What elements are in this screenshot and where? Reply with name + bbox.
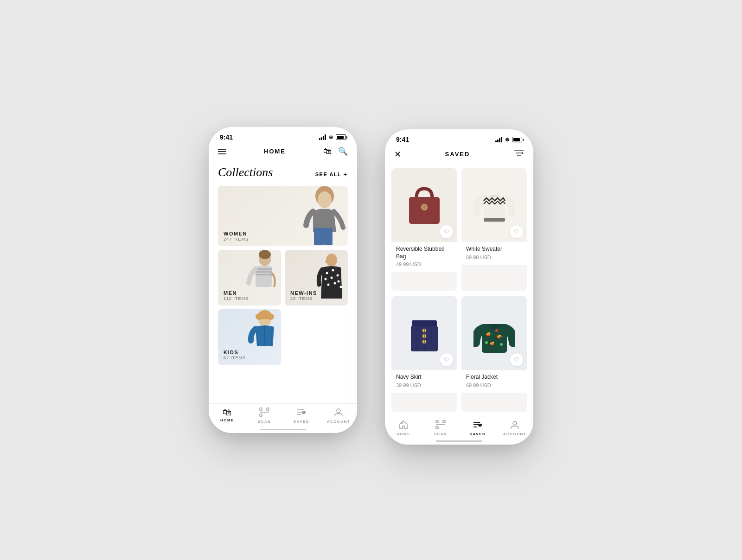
status-icons-2: ⊛ bbox=[495, 137, 522, 143]
product-grid: ♡ Reversible Stubbed Bag 49.99 USD bbox=[385, 164, 533, 416]
status-icons-1: ⊛ bbox=[319, 134, 346, 140]
page-title-1: HOME bbox=[264, 148, 286, 155]
svg-point-64 bbox=[492, 342, 494, 344]
product-image-sweater: ♡ bbox=[461, 168, 527, 242]
svg-rect-73 bbox=[437, 421, 438, 422]
product-card-bag[interactable]: ♡ Reversible Stubbed Bag 49.99 USD bbox=[391, 168, 457, 291]
svg-point-20 bbox=[325, 261, 327, 263]
svg-point-58 bbox=[488, 332, 490, 334]
jacket-svg bbox=[473, 311, 515, 355]
status-time-1: 9:41 bbox=[220, 134, 233, 141]
nav-item-account-1[interactable]: ACCOUNT bbox=[320, 407, 357, 424]
nav-label-home: HOME bbox=[220, 418, 234, 422]
svg-point-23 bbox=[256, 313, 263, 320]
heart-button-bag[interactable]: ♡ bbox=[440, 225, 453, 238]
svg-point-61 bbox=[499, 335, 501, 337]
scan-icon-svg-2 bbox=[435, 420, 446, 429]
nav-item-home-1[interactable]: 🛍 HOME bbox=[209, 407, 246, 424]
account-icon bbox=[333, 407, 344, 418]
close-button[interactable]: ✕ bbox=[394, 149, 401, 159]
product-price-jacket: 69.99 USD bbox=[466, 382, 522, 388]
category-new-ins[interactable]: NEW-INS 23 ITEMS bbox=[285, 250, 348, 305]
category-kids[interactable]: KIDS 62 ITEMS bbox=[218, 309, 281, 365]
svg-rect-33 bbox=[261, 415, 262, 416]
nav-label-account: ACCOUNT bbox=[327, 420, 351, 424]
account-icon-svg bbox=[333, 407, 344, 417]
svg-point-12 bbox=[332, 269, 334, 272]
nav-item-saved-2[interactable]: SAVED bbox=[459, 420, 496, 436]
saved-icon-svg-2 bbox=[473, 420, 483, 429]
women-svg bbox=[294, 186, 345, 246]
see-all-button[interactable]: SEE ALL + bbox=[315, 171, 348, 178]
nav-bar-1: HOME 🛍 🔍 bbox=[209, 143, 357, 161]
svg-point-11 bbox=[326, 272, 328, 274]
svg-rect-8 bbox=[256, 271, 272, 273]
phones-container: 9:41 ⊛ HOME bbox=[209, 115, 533, 445]
svg-rect-47 bbox=[412, 320, 437, 327]
saved-icon-2 bbox=[473, 420, 483, 431]
svg-rect-46 bbox=[484, 218, 505, 222]
signal-icon bbox=[319, 134, 326, 140]
saved-title: SAVED bbox=[445, 151, 470, 158]
scan-icon-svg bbox=[259, 407, 269, 417]
plus-icon: + bbox=[343, 171, 348, 178]
svg-rect-75 bbox=[444, 421, 445, 422]
product-name-bag: Reversible Stubbed Bag bbox=[396, 246, 452, 260]
svg-rect-34 bbox=[268, 409, 269, 410]
bag-svg bbox=[403, 182, 445, 228]
svg-rect-68 bbox=[402, 422, 403, 424]
filter-icon[interactable] bbox=[514, 149, 524, 159]
home-icon: 🛍 bbox=[223, 407, 232, 417]
svg-rect-7 bbox=[256, 268, 272, 270]
home-icon-2 bbox=[398, 420, 409, 431]
svg-point-66 bbox=[485, 341, 488, 344]
svg-rect-9 bbox=[256, 274, 272, 275]
svg-point-10 bbox=[326, 254, 337, 267]
product-info-jacket: Floral Jacket 69.99 USD bbox=[461, 370, 527, 393]
spacer bbox=[285, 309, 348, 365]
product-image-bag: ♡ bbox=[391, 168, 457, 242]
svg-point-24 bbox=[267, 313, 274, 320]
men-svg bbox=[244, 250, 281, 305]
category-men[interactable]: MEN 112 ITEMS bbox=[218, 250, 281, 305]
category-men-label: MEN 112 ITEMS bbox=[224, 290, 249, 301]
category-newins-label: NEW-INS 23 ITEMS bbox=[290, 290, 317, 301]
collection-grid: WOMEN 247 ITEMS bbox=[209, 186, 357, 365]
nav-label-account-2: ACCOUNT bbox=[503, 432, 527, 436]
filter-icon-svg bbox=[514, 149, 524, 157]
svg-point-38 bbox=[337, 409, 340, 413]
product-card-jacket[interactable]: ♡ Floral Jacket 69.99 USD bbox=[461, 296, 527, 412]
svg-point-13 bbox=[337, 274, 339, 277]
nav-label-scan: SCAN bbox=[258, 420, 271, 424]
nav-item-scan-2[interactable]: SCAN bbox=[422, 420, 459, 436]
product-info-skirt: Navy Skirt 39.99 USD bbox=[391, 370, 457, 393]
heart-button-skirt[interactable]: ♡ bbox=[440, 353, 453, 366]
hamburger-icon[interactable] bbox=[218, 149, 226, 154]
svg-point-79 bbox=[513, 421, 517, 425]
nav-item-home-2[interactable]: HOME bbox=[385, 420, 422, 436]
category-women[interactable]: WOMEN 247 ITEMS bbox=[218, 186, 348, 246]
product-card-skirt[interactable]: ♡ Navy Skirt 39.99 USD bbox=[391, 296, 457, 412]
nav-item-scan-1[interactable]: SCAN bbox=[246, 407, 283, 424]
product-card-sweater[interactable]: ♡ White Sweater 89.98 USD bbox=[461, 168, 527, 291]
svg-point-19 bbox=[340, 286, 342, 288]
search-icon[interactable]: 🔍 bbox=[338, 146, 348, 156]
kids-svg bbox=[244, 309, 281, 365]
nav-label-saved-2: SAVED bbox=[470, 432, 486, 436]
heart-button-jacket[interactable]: ♡ bbox=[510, 353, 523, 366]
svg-rect-32 bbox=[261, 409, 262, 410]
phone-saved: 9:41 ⊛ ✕ SAVED bbox=[385, 129, 533, 445]
nav-item-account-2[interactable]: ACCOUNT bbox=[496, 420, 533, 436]
product-info-sweater: White Sweater 89.98 USD bbox=[461, 242, 527, 265]
home-icon-svg bbox=[398, 420, 409, 429]
heart-button-sweater[interactable]: ♡ bbox=[510, 225, 523, 238]
scan-icon-2 bbox=[435, 420, 446, 431]
product-price-sweater: 89.98 USD bbox=[466, 255, 522, 260]
cart-icon[interactable]: 🛍 bbox=[323, 146, 332, 156]
svg-point-1 bbox=[318, 191, 332, 208]
product-price-skirt: 39.99 USD bbox=[396, 382, 452, 388]
svg-point-16 bbox=[338, 280, 340, 283]
collections-header: Collections SEE ALL + bbox=[209, 161, 357, 186]
svg-point-67 bbox=[495, 329, 498, 332]
nav-item-saved-1[interactable]: SAVED bbox=[283, 407, 320, 424]
